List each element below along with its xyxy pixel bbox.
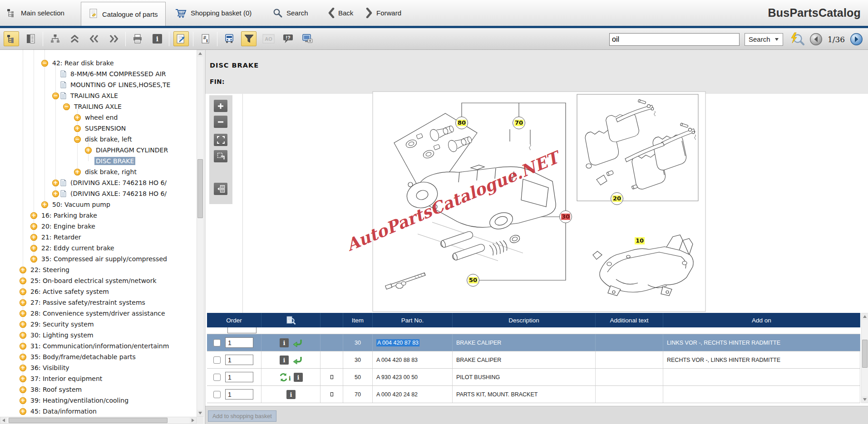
part-numbers-button[interactable]: #i [197,31,213,46]
toggle-plus-icon[interactable]: + [20,343,26,350]
tree-item[interactable]: +37: Interior equipment [0,373,197,384]
nav-catalogue-of-parts[interactable]: Catalogue of parts [81,2,166,26]
export-view-button[interactable] [173,31,189,46]
toggle-plus-icon[interactable]: + [85,147,92,154]
scroll-down-button[interactable] [862,396,868,403]
toggle-plus-icon[interactable]: + [30,234,37,241]
table-row[interactable]: ii50A 930 423 00 50PILOT BUSHING [207,369,860,386]
tree-item[interactable]: +38: Roof system [0,384,197,395]
part-info-button[interactable]: i [280,338,289,347]
tree-item[interactable]: +(DRIVING AXLE: 746218 HO 6/ [0,177,197,188]
callout-20[interactable]: 20 [611,192,623,205]
pages-back-button[interactable] [86,31,102,46]
scroll-right-button[interactable] [190,417,196,424]
add-to-basket-button[interactable]: Add to shopping basket [208,410,276,422]
tree-item[interactable]: −disk brake, left [0,134,197,145]
tree-item[interactable]: +28: Convenience system/driver assistanc… [0,308,197,319]
callout-50[interactable]: 50 [467,274,479,287]
search-mode-select[interactable]: Search [745,33,783,46]
tree-item[interactable]: −TRAILING AXLE [0,90,197,101]
toggle-plus-icon[interactable]: + [20,278,26,284]
toggle-minus-icon[interactable]: − [74,136,81,143]
toggle-plus-icon[interactable]: + [20,288,26,295]
part-info-button[interactable]: i [294,373,303,382]
tree-item[interactable]: +DIAPHRAGM CYLINDER [0,145,197,156]
tree-item[interactable]: +SUSPENSION [0,123,197,134]
nav-main-selection[interactable]: Main selection [6,0,64,26]
quantity-input[interactable] [225,389,253,400]
toggle-minus-icon[interactable]: − [63,103,70,110]
scrollbar-thumb[interactable] [9,418,168,423]
toggle-plus-icon[interactable]: + [20,332,26,339]
nav-back[interactable]: Back [328,0,353,26]
toggle-plus-icon[interactable]: + [41,201,48,208]
scroll-up-button[interactable] [197,50,203,57]
scroll-left-button[interactable] [0,417,7,424]
toggle-minus-icon[interactable]: − [52,93,59,99]
ao-button[interactable]: AO [261,31,276,46]
run-search-icon[interactable] [788,32,804,46]
table-row[interactable]: i30A 004 420 88 83BRAKE CALIPERRECHTS VO… [207,351,860,369]
tree-item[interactable]: +29: Security system [0,319,197,330]
table-row[interactable]: i30A 004 420 87 83BRAKE CALIPERLINKS VOR… [207,334,860,351]
tree-item[interactable]: +22: Eddy current brake [0,243,197,253]
vehicle-button[interactable] [222,31,237,46]
tree-item[interactable]: 8-MM/6-MM COMPRESSED AIR [0,68,197,79]
tree-item[interactable]: +50: Vacuum pump [0,199,197,210]
catalogue-tree-button[interactable] [4,31,19,46]
index-list-button[interactable] [23,31,39,46]
tree-item[interactable]: +22: Steering [0,264,197,275]
toggle-plus-icon[interactable]: + [30,256,37,263]
tree-item[interactable]: +45: Data/information [0,406,197,417]
tree-item[interactable]: +wheel end [0,112,197,123]
toggle-plus-icon[interactable]: + [74,125,81,132]
quantity-input[interactable] [225,372,253,382]
tree-item[interactable]: −TRAILING AXLE [0,101,197,112]
nav-forward[interactable]: Forward [366,0,401,26]
toggle-plus-icon[interactable]: + [52,180,59,186]
tree-item[interactable]: +35: Compressed air supply/compressed [0,253,197,264]
toggle-plus-icon[interactable]: + [20,408,26,415]
tree-item[interactable]: MOUNTING OF LINES,HOSES,TE [0,79,197,90]
part-number-highlighted[interactable]: A 004 420 87 83 [376,339,419,346]
toolbar-search-input[interactable] [609,33,740,46]
callout-70[interactable]: 70 [513,117,525,129]
toggle-plus-icon[interactable]: + [30,245,37,252]
toggle-plus-icon[interactable]: + [20,375,26,382]
feedback-button[interactable]: !? [280,31,296,46]
collapse-up-button[interactable] [67,31,82,46]
tree-horizontal-scrollbar[interactable] [0,417,197,424]
toggle-plus-icon[interactable]: + [20,299,26,306]
tree-item[interactable]: +39: Heating/ventilation/cooling [0,395,197,406]
tree-item[interactable]: +27: Passive safety/restraint systems [0,297,197,308]
tree-item[interactable]: +25: On-board electrical system/network [0,275,197,286]
print-button[interactable] [130,31,145,46]
tree-item[interactable]: +20: Engine brake [0,221,197,232]
tree-item[interactable]: +21: Retarder [0,232,197,243]
toggle-plus-icon[interactable]: + [20,310,26,317]
toggle-plus-icon[interactable]: + [20,354,26,361]
tree-item[interactable]: DISC BRAKE [0,156,197,166]
toggle-plus-icon[interactable]: + [30,223,37,230]
quantity-input[interactable] [225,355,253,365]
toggle-plus-icon[interactable]: + [74,169,81,175]
part-info-button[interactable]: i [280,356,289,365]
tree-item[interactable]: +30: Lighting system [0,330,197,341]
exchange-part-button[interactable]: i [279,373,291,382]
next-page-button[interactable] [850,33,863,46]
tree-item[interactable]: +disk brake, right [0,166,197,177]
table-vertical-scrollbar[interactable] [861,313,868,403]
row-select-checkbox[interactable] [213,391,221,398]
toggle-minus-icon[interactable]: − [41,60,48,67]
toggle-plus-icon[interactable]: + [30,212,37,219]
toggle-plus-icon[interactable]: + [20,321,26,328]
filter-button[interactable] [241,31,256,46]
info-button[interactable]: i [149,31,165,46]
part-info-button[interactable]: i [286,390,296,399]
quantity-input[interactable] [225,337,253,348]
callout-10[interactable]: 10 [635,237,645,244]
toggle-plus-icon[interactable]: + [52,190,59,197]
pages-forward-button[interactable] [106,31,121,46]
tree-item[interactable]: −42: Rear disk brake [0,58,197,68]
callout-80[interactable]: 80 [455,117,468,129]
